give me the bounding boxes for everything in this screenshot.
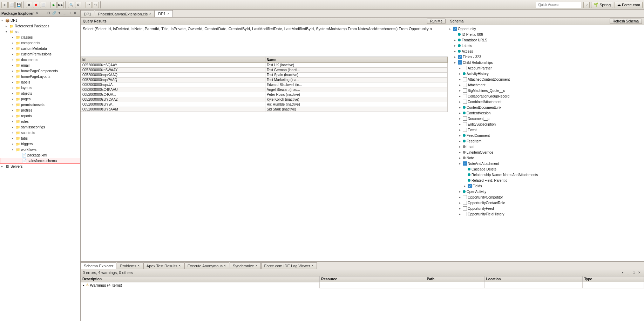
toolbar-btn-5[interactable]: ✖ (33, 2, 39, 8)
schema-check-5[interactable]: ✓ (458, 55, 462, 59)
schema-item-30[interactable]: ▸ OpportunityCompetitor (448, 194, 644, 200)
schema-check-31[interactable] (463, 201, 467, 205)
schema-item-18[interactable]: ▸ Event (448, 127, 644, 133)
bottom-tab-close-1[interactable]: ✕ (137, 264, 140, 267)
schema-check-13[interactable] (463, 100, 467, 104)
tab-close-2[interactable]: ✕ (167, 12, 170, 15)
editor-tab-0[interactable]: DP1 (81, 10, 94, 17)
tree-item-customMetadata[interactable]: ▸📁customMetadata (0, 46, 80, 51)
schema-check-18[interactable] (463, 128, 467, 132)
schema-item-3[interactable]: ▸ Labels (448, 43, 644, 48)
schema-item-1[interactable]: ID Prefix: 006 (448, 32, 644, 37)
schema-item-2[interactable]: ▸ Frontdoor URLS (448, 37, 644, 43)
warnings-expand-arrow[interactable]: ▸ (83, 283, 84, 287)
schema-item-17[interactable]: ▸ EntitySubscription (448, 121, 644, 127)
tree-salesforce-schema[interactable]: 📄 salesforce.schema (0, 158, 80, 163)
bottom-tab-1[interactable]: Problems✕ (117, 262, 143, 269)
tree-item-samlssoconfigs[interactable]: ▸📁samlssoconfigs (0, 124, 80, 130)
toolbar-btn-7[interactable]: ▶▶ (57, 2, 64, 8)
tree-servers[interactable]: ▸ 🖥 Servers (0, 163, 80, 169)
schema-check-10[interactable] (463, 83, 467, 87)
schema-item-4[interactable]: ▸ Access (448, 48, 644, 54)
tree-item-pages[interactable]: ▸📁pages (0, 96, 80, 102)
bottom-tab-3[interactable]: Execute Anonymous✕ (184, 262, 229, 269)
schema-item-8[interactable]: ▸ ActivityHistory (448, 71, 644, 76)
schema-item-31[interactable]: ▸ OpportunityContactRole (448, 200, 644, 206)
tree-referenced-packages[interactable]: ▸ 📁 Referenced Packages (0, 23, 80, 29)
help-btn[interactable]: ? (583, 2, 590, 8)
toolbar-btn-2[interactable]: ⬜ (8, 2, 15, 8)
bottom-tab-4[interactable]: Synchronize✕ (230, 262, 261, 269)
bottom-tab-0[interactable]: Schema Explorer (81, 262, 116, 269)
tree-item-profiles[interactable]: ▸📁profiles (0, 107, 80, 113)
toolbar-btn-4[interactable]: ✖ (26, 2, 32, 8)
toolbar-btn-10[interactable]: ↩ (86, 2, 92, 8)
schema-item-7[interactable]: ▸ AccountPartner (448, 65, 644, 71)
tree-item-workflows[interactable]: ▸📁workflows (0, 147, 80, 152)
schema-check-30[interactable] (463, 195, 467, 199)
tree-package-xml[interactable]: 📄 package.xml (0, 152, 80, 158)
schema-item-9[interactable]: ▸ AttachedContentDocument (448, 76, 644, 82)
tree-item-objects[interactable]: ▸📁objects (0, 91, 80, 96)
schema-check-0[interactable]: ✓ (453, 27, 457, 31)
bottom-tab-close-3[interactable]: ✕ (224, 264, 226, 267)
tree-item-labels[interactable]: ▸📁labels (0, 79, 80, 85)
schema-check-11[interactable] (463, 88, 467, 93)
panel-menu-btn[interactable]: ▾ (57, 11, 62, 15)
schema-item-10[interactable]: ▸ Attachment (448, 82, 644, 88)
schema-item-27[interactable]: Related Field: ParentId (448, 178, 644, 183)
schema-item-20[interactable]: ▸ FeedItem (448, 138, 644, 144)
schema-check-9[interactable] (463, 77, 467, 81)
tree-item-triggers[interactable]: ▸📁triggers (0, 141, 80, 147)
tree-item-homePageLayouts[interactable]: ▸📁homePageLayouts (0, 74, 80, 79)
toolbar-btn-3[interactable]: 💾 (15, 2, 22, 8)
editor-tab-1[interactable]: PhoenixCanvasExtension.cls✕ (95, 10, 155, 17)
bottom-tab-2[interactable]: Apex Test Results✕ (143, 262, 184, 269)
tree-item-reports[interactable]: ▸📁reports (0, 113, 80, 119)
tree-item-roles[interactable]: ▸📁roles (0, 119, 80, 124)
toolbar-btn-9[interactable]: ⚙ (75, 2, 81, 8)
toolbar-btn-11[interactable]: ↪ (93, 2, 99, 8)
link-btn[interactable]: 🔗 (52, 11, 56, 15)
problems-max-btn[interactable]: □ (631, 270, 636, 275)
minimize-btn[interactable]: _ (62, 11, 67, 15)
schema-check-7[interactable] (463, 66, 467, 70)
toolbar-btn-6[interactable]: ⬜ (40, 2, 46, 8)
schema-item-15[interactable]: ▸ ContentVersion (448, 110, 644, 116)
toolbar-btn-8[interactable]: 🔍 (68, 2, 74, 8)
schema-item-25[interactable]: Cascade Delete (448, 166, 644, 172)
problems-minimize-btn[interactable]: _ (626, 270, 631, 275)
tree-item-email[interactable]: ▸📁email (0, 62, 80, 68)
schema-check-12[interactable] (463, 94, 467, 98)
schema-item-6[interactable]: ▸ ✓Child Relationships (448, 60, 644, 65)
schema-check-33[interactable] (463, 212, 467, 216)
schema-item-19[interactable]: ▸ FeedComment (448, 133, 644, 138)
schema-check-24[interactable]: ✓ (463, 161, 467, 166)
toolbar-btn-1[interactable]: ≡ (1, 2, 8, 8)
bottom-tab-close-4[interactable]: ✕ (255, 264, 258, 267)
schema-item-26[interactable]: Relationship Name: NotesAndAttachments (448, 172, 644, 178)
collapse-all-btn[interactable]: ⊟ (46, 11, 51, 15)
schema-item-22[interactable]: ▸ LineitemOverride (448, 149, 644, 155)
toolbar-btn-run[interactable]: ▶ (50, 2, 57, 8)
schema-item-24[interactable]: ▸ ✓NoteAndAttachment (448, 161, 644, 166)
schema-item-13[interactable]: ▸ CombinedAttachment (448, 99, 644, 105)
schema-item-28[interactable]: ▸ ✓Fields (448, 183, 644, 189)
tree-item-customPermissions[interactable]: ▸📁customPermissions (0, 51, 80, 57)
bottom-tab-5[interactable]: Force.com IDE Log Viewer✕ (261, 262, 317, 269)
tree-root[interactable]: ▾ 📦 DP1 (0, 18, 80, 23)
problems-close-btn[interactable]: ✕ (637, 270, 642, 275)
force-com-btn[interactable]: ☁ Force.com (615, 2, 643, 8)
close-btn[interactable]: ✕ (73, 11, 77, 15)
refresh-schema-button[interactable]: Refresh Schema (610, 19, 642, 24)
tree-item-documents[interactable]: ▸📁documents (0, 57, 80, 62)
schema-item-11[interactable]: ▸ BigMachines_Quote__c (448, 88, 644, 93)
schema-check-17[interactable] (463, 122, 467, 126)
schema-item-29[interactable]: ▸ OpenActivity (448, 189, 644, 194)
editor-tab-2[interactable]: DP1✕ (155, 10, 172, 17)
bottom-tab-close-2[interactable]: ✕ (178, 264, 181, 267)
schema-check-16[interactable] (463, 116, 467, 121)
tree-item-layouts[interactable]: ▸📁layouts (0, 85, 80, 91)
schema-item-32[interactable]: ▸ OpportunityFeed (448, 206, 644, 211)
tree-item-scontrols[interactable]: ▸📁scontrols (0, 130, 80, 135)
